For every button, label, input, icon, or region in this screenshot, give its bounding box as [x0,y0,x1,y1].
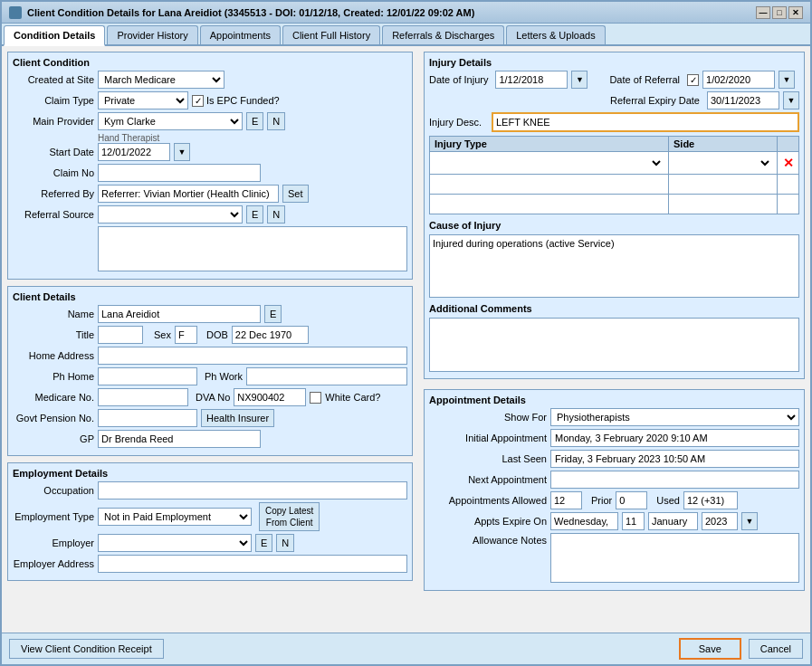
minimize-button[interactable]: — [756,6,770,19]
view-receipt-button[interactable]: View Client Condition Receipt [9,639,164,659]
save-button[interactable]: Save [679,638,741,660]
start-date-picker-button[interactable]: ▼ [174,143,190,161]
injury-details-title: Injury Details [429,57,799,68]
date-of-referral-checkbox[interactable] [687,74,699,86]
title-label: Title [13,329,94,340]
home-address-input[interactable] [98,347,407,365]
expire-date-picker[interactable]: ▼ [741,512,758,530]
set-button[interactable]: Set [282,185,309,203]
left-panel: Client Condition Created at Site March M… [2,46,418,633]
dob-input[interactable] [232,326,309,344]
claim-type-label: Claim Type [13,95,94,106]
last-seen-label: Last Seen [429,453,547,464]
show-for-select[interactable]: Physiotherapists [550,408,799,426]
employer-row: Employer E N [13,534,407,552]
appts-allowed-input[interactable] [550,491,582,509]
name-input[interactable] [98,305,261,323]
referral-expiry-input[interactable] [707,91,779,109]
govt-pension-label: Govt Pension No. [13,413,94,423]
prior-input[interactable] [616,491,647,509]
occupation-row: Occupation [13,481,407,500]
main-provider-n-button[interactable]: N [267,112,285,130]
last-seen-input[interactable]: Friday, 3 February 2023 10:50 AM [550,450,799,468]
additional-comments-textarea[interactable] [429,318,799,372]
employer-n-button[interactable]: N [276,534,294,552]
expire-year-input[interactable] [702,512,738,530]
additional-comments-block: Additional Comments [429,303,799,374]
expire-month-input[interactable] [648,512,698,530]
doi-picker-button[interactable]: ▼ [571,71,588,89]
window-controls[interactable]: — □ ✕ [756,6,803,19]
tab-provider-history[interactable]: Provider History [107,25,197,44]
health-insurer-button[interactable]: Health Insurer [201,409,274,427]
employment-details-section: Employment Details Occupation Employment… [7,462,413,581]
used-input[interactable] [683,491,738,509]
white-card-checkbox[interactable] [310,392,321,404]
tab-letters-uploads[interactable]: Letters & Uploads [506,25,605,44]
white-card-label: White Card? [325,392,380,403]
govt-pension-input[interactable] [98,409,197,427]
delete-injury-row-1-button[interactable]: ✕ [783,156,794,170]
dva-no-input[interactable] [234,388,306,406]
date-of-referral-picker[interactable]: ▼ [779,71,795,89]
medicare-input[interactable] [98,388,188,406]
gp-row: GP [13,430,407,448]
claim-type-row: Claim Type Private Is EPC Funded? [13,91,407,109]
tab-referrals-discharges[interactable]: Referrals & Discharges [382,25,504,44]
maximize-button[interactable]: □ [772,6,787,19]
occupation-input[interactable] [98,481,407,500]
next-appt-row: Next Appointment [429,471,799,489]
created-at-site-select[interactable]: March Medicare [98,71,224,89]
injury-desc-input[interactable] [492,112,799,132]
employment-details-title: Employment Details [13,468,407,479]
injury-type-select-1[interactable] [435,154,664,172]
close-button[interactable]: ✕ [788,6,803,19]
employer-e-button[interactable]: E [255,534,272,552]
ph-work-input[interactable] [246,367,407,385]
govt-pension-row: Govt Pension No. Health Insurer [13,409,407,427]
employer-address-input[interactable] [98,555,407,573]
employment-type-select[interactable]: Not in Paid Employment [98,508,252,526]
referral-expiry-picker[interactable]: ▼ [783,91,799,109]
employer-select[interactable] [98,534,252,552]
cancel-button[interactable]: Cancel [749,639,803,659]
referral-source-row: Referral Source E N [13,205,407,224]
initial-appt-input[interactable]: Monday, 3 February 2020 9:10 AM [550,429,799,447]
referral-source-select[interactable] [98,205,243,224]
tab-appointments[interactable]: Appointments [200,25,281,44]
name-e-button[interactable]: E [264,305,282,323]
last-seen-row: Last Seen Friday, 3 February 2023 10:50 … [429,450,799,468]
notes-textarea[interactable] [98,226,407,271]
claim-no-input[interactable] [98,164,261,182]
gp-input[interactable] [98,430,261,448]
main-provider-select[interactable]: Kym Clarke [98,112,243,130]
start-date-input[interactable] [98,143,170,161]
employment-type-row: Employment Type Not in Paid Employment C… [13,502,407,531]
cause-of-injury-textarea[interactable]: Injured during operations (active Servic… [429,234,799,298]
tab-condition-details[interactable]: Condition Details [4,25,105,46]
used-label: Used [656,495,680,506]
claim-type-select[interactable]: Private [98,91,188,109]
date-of-referral-input[interactable] [702,71,775,89]
next-appt-input[interactable] [550,471,799,489]
referral-source-n-button[interactable]: N [267,205,285,224]
occupation-label: Occupation [13,485,94,496]
medicare-label: Medicare No. [13,392,94,403]
client-condition-section: Client Condition Created at Site March M… [7,52,413,280]
title-input[interactable] [98,326,143,344]
referral-source-e-button[interactable]: E [246,205,263,224]
delete-empty-3 [778,195,799,214]
copy-latest-from-client-button[interactable]: Copy LatestFrom Client [259,502,320,531]
main-provider-e-button[interactable]: E [246,112,263,130]
ph-home-input[interactable] [98,367,197,385]
tab-client-full-history[interactable]: Client Full History [282,25,380,44]
doi-input[interactable] [495,71,568,89]
allowance-notes-textarea[interactable] [550,533,799,583]
expire-day-num-input[interactable] [622,512,645,530]
expire-day-name-input[interactable] [550,512,618,530]
epc-funded-checkbox[interactable] [192,95,204,107]
sex-input[interactable] [175,326,197,344]
referred-by-row: Referred By Set [13,185,407,203]
referred-by-input[interactable] [98,185,279,203]
side-select-1[interactable] [673,154,772,172]
